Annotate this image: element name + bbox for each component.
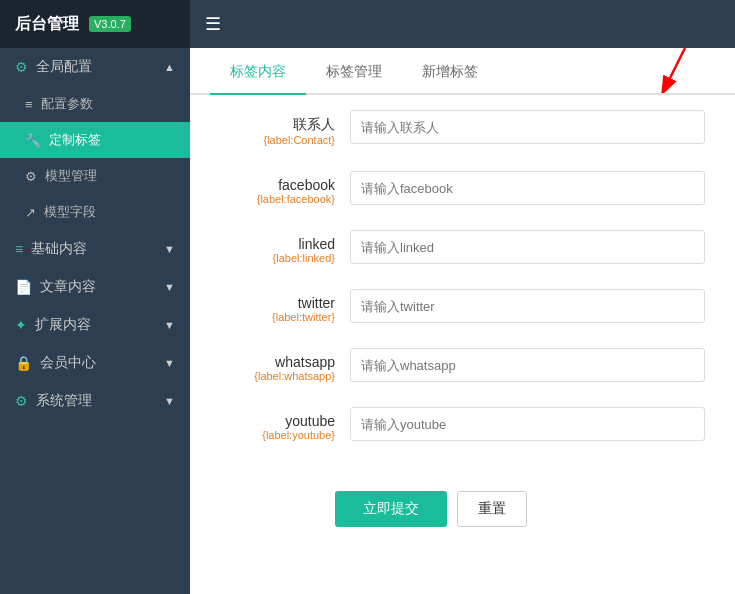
sidebar-item-model-manage[interactable]: ⚙ 模型管理 xyxy=(0,158,190,194)
main-area: ☰ 标签内容 标签管理 新增标签 xyxy=(190,0,735,594)
form-area: 联系人 {label:Contact} facebook {label:face… xyxy=(190,95,735,481)
sidebar-item-article-content[interactable]: 📄 文章内容 ▼ xyxy=(0,268,190,306)
list2-icon: ≡ xyxy=(15,241,23,257)
input-linked[interactable] xyxy=(350,230,705,264)
sidebar-item-custom-tags[interactable]: 🔧 定制标签 xyxy=(0,122,190,158)
label-group-twitter: twitter {label:twitter} xyxy=(220,289,350,323)
article-content-label: 文章内容 xyxy=(40,278,96,296)
tab-bar: 标签内容 标签管理 新增标签 xyxy=(190,48,735,95)
chevron-up-icon: ▲ xyxy=(164,61,175,73)
sub-label-linked: {label:linked} xyxy=(220,252,335,264)
form-row-contact: 联系人 {label:Contact} xyxy=(220,105,705,151)
arrow-annotation xyxy=(635,48,695,97)
label-linked: linked xyxy=(220,236,335,252)
submit-button[interactable]: 立即提交 xyxy=(335,491,447,527)
svg-line-1 xyxy=(670,48,685,78)
sidebar-item-member-center[interactable]: 🔒 会员中心 ▼ xyxy=(0,344,190,382)
button-area: 立即提交 重置 xyxy=(190,481,735,537)
form-row-linked: linked {label:linked} xyxy=(220,225,705,269)
config-params-label: 配置参数 xyxy=(41,95,93,113)
reset-button[interactable]: 重置 xyxy=(457,491,527,527)
label-group-contact: 联系人 {label:Contact} xyxy=(220,110,350,146)
sub-label-contact: {label:Contact} xyxy=(220,134,335,146)
label-youtube: youtube xyxy=(220,413,335,429)
extend-content-label: 扩展内容 xyxy=(35,316,91,334)
model-fields-label: 模型字段 xyxy=(44,203,96,221)
input-contact[interactable] xyxy=(350,110,705,144)
sidebar-item-extend-content[interactable]: ✦ 扩展内容 ▼ xyxy=(0,306,190,344)
system-manage-label: 系统管理 xyxy=(36,392,92,410)
sidebar-item-system-manage[interactable]: ⚙ 系统管理 ▼ xyxy=(0,382,190,420)
label-group-youtube: youtube {label:youtube} xyxy=(220,407,350,441)
input-whatsapp[interactable] xyxy=(350,348,705,382)
sidebar-section-label: 全局配置 xyxy=(36,58,92,76)
chevron-down-icon: ▼ xyxy=(164,243,175,255)
chevron-down4-icon: ▼ xyxy=(164,357,175,369)
input-facebook[interactable] xyxy=(350,171,705,205)
form-row-twitter: twitter {label:twitter} xyxy=(220,284,705,328)
hamburger-button[interactable]: ☰ xyxy=(205,13,221,35)
form-row-whatsapp: whatsapp {label:whatsapp} xyxy=(220,343,705,387)
sidebar-item-global-config[interactable]: ⚙ 全局配置 ▲ xyxy=(0,48,190,86)
extend-icon: ✦ xyxy=(15,317,27,333)
model-manage-label: 模型管理 xyxy=(45,167,97,185)
input-youtube[interactable] xyxy=(350,407,705,441)
label-twitter: twitter xyxy=(220,295,335,311)
sidebar: 后台管理 V3.0.7 ⚙ 全局配置 ▲ ≡ 配置参数 🔧 定制标签 ⚙ 模型管… xyxy=(0,0,190,594)
label-facebook: facebook xyxy=(220,177,335,193)
sidebar-title: 后台管理 xyxy=(15,14,79,35)
label-group-whatsapp: whatsapp {label:whatsapp} xyxy=(220,348,350,382)
tab-add-tag[interactable]: 新增标签 xyxy=(402,48,498,93)
sidebar-item-base-content[interactable]: ≡ 基础内容 ▼ xyxy=(0,230,190,268)
content-area: 标签内容 标签管理 新增标签 xyxy=(190,48,735,594)
gear-icon: ⚙ xyxy=(15,59,28,75)
sys-icon: ⚙ xyxy=(15,393,28,409)
label-contact: 联系人 xyxy=(220,116,335,134)
form-row-facebook: facebook {label:facebook} xyxy=(220,166,705,210)
lock-icon: 🔒 xyxy=(15,355,32,371)
sidebar-item-config-params[interactable]: ≡ 配置参数 xyxy=(0,86,190,122)
version-badge: V3.0.7 xyxy=(89,16,131,32)
member-center-label: 会员中心 xyxy=(40,354,96,372)
tab-tag-content[interactable]: 标签内容 xyxy=(210,48,306,95)
chevron-down3-icon: ▼ xyxy=(164,319,175,331)
label-whatsapp: whatsapp xyxy=(220,354,335,370)
base-content-label: 基础内容 xyxy=(31,240,87,258)
sidebar-item-model-fields[interactable]: ↗ 模型字段 xyxy=(0,194,190,230)
settings-icon: ⚙ xyxy=(25,169,37,184)
sub-label-twitter: {label:twitter} xyxy=(220,311,335,323)
custom-tags-label: 定制标签 xyxy=(49,131,101,149)
doc-icon: 📄 xyxy=(15,279,32,295)
chevron-down5-icon: ▼ xyxy=(164,395,175,407)
chevron-down2-icon: ▼ xyxy=(164,281,175,293)
link-icon: ↗ xyxy=(25,205,36,220)
input-twitter[interactable] xyxy=(350,289,705,323)
wrench-icon: 🔧 xyxy=(25,133,41,148)
label-group-facebook: facebook {label:facebook} xyxy=(220,171,350,205)
sidebar-header: 后台管理 V3.0.7 xyxy=(0,0,190,48)
label-group-linked: linked {label:linked} xyxy=(220,230,350,264)
sub-label-facebook: {label:facebook} xyxy=(220,193,335,205)
list-icon: ≡ xyxy=(25,97,33,112)
tab-tag-manage[interactable]: 标签管理 xyxy=(306,48,402,93)
sub-label-youtube: {label:youtube} xyxy=(220,429,335,441)
sub-label-whatsapp: {label:whatsapp} xyxy=(220,370,335,382)
form-row-youtube: youtube {label:youtube} xyxy=(220,402,705,446)
topbar: ☰ xyxy=(190,0,735,48)
